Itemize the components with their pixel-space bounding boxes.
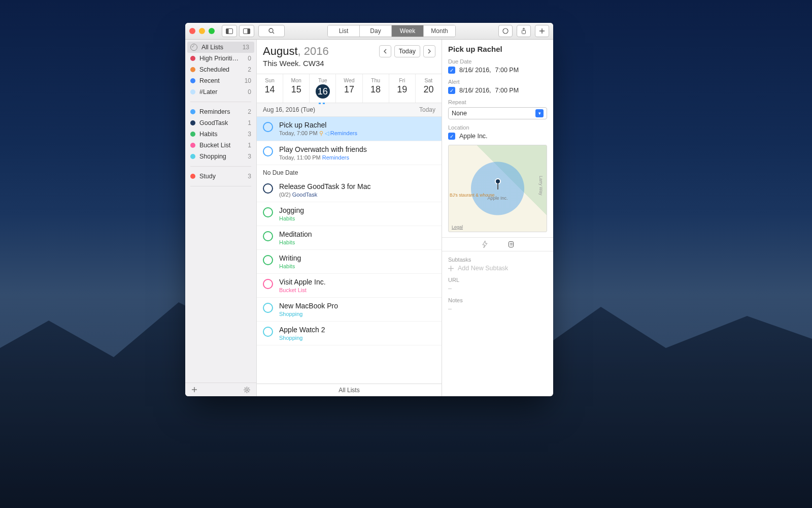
subtasks-tab[interactable] (508, 241, 514, 248)
complete-checkbox[interactable] (263, 327, 273, 337)
weekday-label: Sun (257, 77, 283, 83)
list-color-dot-icon (190, 56, 195, 61)
sidebar-left-toggle-button[interactable] (222, 25, 237, 37)
sidebar-item[interactable]: High Prioriti…0 (185, 53, 256, 64)
task-title: Apple Watch 2 (279, 326, 435, 334)
task-row[interactable]: WritingHabits (257, 250, 442, 274)
week-day[interactable]: Tue16 (310, 74, 336, 103)
week-day[interactable]: Thu18 (363, 74, 389, 103)
task-title: New MacBook Pro (279, 302, 435, 310)
week-day[interactable]: Fri19 (389, 74, 416, 103)
map-pin-icon (495, 178, 501, 184)
search-button[interactable] (258, 25, 285, 37)
today-button[interactable]: Today (394, 45, 420, 57)
alert-time-value[interactable]: 7:00 PM (495, 87, 519, 94)
notes-value[interactable]: – (448, 305, 547, 312)
view-day-tab[interactable]: Day (360, 25, 392, 37)
list-color-dot-icon (190, 132, 195, 137)
traffic-minimize-icon[interactable] (199, 28, 205, 34)
complete-checkbox[interactable] (263, 207, 273, 217)
location-map[interactable]: Apple Inc. BJ's staurant & whouse Larry … (448, 145, 547, 232)
task-row[interactable]: JoggingHabits (257, 202, 442, 226)
svg-point-13 (246, 389, 248, 391)
day-number: 20 (416, 84, 442, 95)
complete-checkbox[interactable] (263, 122, 273, 132)
map-legal-link[interactable]: Legal (452, 225, 463, 230)
week-day[interactable]: Wed17 (336, 74, 362, 103)
complete-checkbox[interactable] (263, 231, 273, 241)
task-row[interactable]: MeditationHabits (257, 226, 442, 250)
sidebar-item[interactable]: Study3 (185, 171, 256, 182)
section-today-label: Today (419, 106, 435, 113)
page-subtitle: This Week. CW34 (263, 59, 435, 68)
week-day[interactable]: Sat20 (416, 74, 442, 103)
sidebar-item-count: 1 (248, 142, 251, 149)
view-month-tab[interactable]: Month (424, 25, 455, 37)
complete-checkbox[interactable] (263, 279, 273, 289)
week-day[interactable]: Sun14 (257, 74, 283, 103)
task-row[interactable]: Apple Watch 2Shopping (257, 322, 442, 345)
share-button[interactable] (517, 25, 531, 37)
location-checkbox[interactable]: ✓ (448, 133, 455, 140)
day-number: 14 (257, 84, 283, 95)
alert-date-value[interactable]: 8/16/ 2016, (459, 87, 491, 94)
svg-point-4 (269, 28, 273, 33)
alert-checkbox[interactable]: ✓ (448, 87, 455, 94)
view-week-tab[interactable]: Week (392, 25, 424, 37)
due-time-value[interactable]: 7:00 PM (495, 67, 519, 74)
settings-button[interactable] (244, 387, 250, 393)
sidebar-item-label: Study (199, 173, 216, 180)
traffic-close-icon[interactable] (189, 28, 195, 34)
prev-week-button[interactable] (379, 45, 391, 57)
sidebar-item[interactable]: #Later0 (185, 86, 256, 98)
complete-checkbox[interactable] (263, 303, 273, 313)
task-row[interactable]: Release GoodTask 3 for Mac(0/2) GoodTask (257, 178, 442, 202)
task-title: Release GoodTask 3 for Mac (279, 182, 435, 190)
complete-checkbox[interactable] (263, 146, 273, 156)
map-road-label: Larry Way (538, 176, 544, 195)
task-row[interactable]: Play Overwatch with friendsToday, 11:00 … (257, 141, 442, 165)
week-day[interactable]: Mon15 (283, 74, 310, 103)
location-value[interactable]: Apple Inc. (459, 133, 488, 140)
sidebar-item[interactable]: Shopping3 (185, 151, 256, 162)
svg-rect-3 (248, 28, 250, 34)
sidebar-item-count: 10 (245, 77, 251, 84)
sidebar-item[interactable]: Reminders2 (185, 106, 256, 117)
plus-icon (539, 28, 545, 34)
complete-checkbox[interactable] (263, 183, 273, 194)
traffic-zoom-icon[interactable] (209, 28, 215, 34)
details-pane: Pick up Rachel Due Date ✓ 8/16/ 2016, 7:… (442, 40, 553, 396)
sidebar-item[interactable]: Scheduled2 (185, 64, 256, 75)
weekday-label: Thu (363, 77, 389, 83)
next-week-button[interactable] (423, 45, 435, 57)
task-row[interactable]: Visit Apple Inc.Bucket List (257, 274, 442, 298)
add-subtask-button[interactable]: Add New Subtask (448, 265, 547, 272)
sidebar-right-toggle-button[interactable] (239, 25, 254, 37)
svg-marker-22 (483, 241, 487, 248)
sidebar-item[interactable]: All Lists13 (187, 42, 254, 53)
repeat-select[interactable]: None ▾ (448, 107, 547, 119)
url-value[interactable]: – (448, 285, 547, 292)
due-date-checkbox[interactable]: ✓ (448, 67, 455, 74)
select-arrows-icon: ▾ (535, 109, 544, 117)
sidebar-item[interactable]: Habits3 (185, 129, 256, 140)
sidebar-item-label: Reminders (199, 108, 230, 115)
sync-button[interactable] (498, 25, 513, 37)
add-button[interactable] (535, 25, 549, 37)
day-number: 17 (336, 84, 362, 95)
complete-checkbox[interactable] (263, 255, 273, 265)
view-list-tab[interactable]: List (328, 25, 360, 37)
task-row[interactable]: New MacBook ProShopping (257, 298, 442, 322)
list-color-dot-icon (190, 174, 195, 179)
section-date: Aug 16, 2016 (Tue) (263, 106, 315, 113)
sidebar-item[interactable]: GoodTask1 (185, 117, 256, 129)
sidebar-item-count: 0 (248, 55, 251, 62)
task-row[interactable]: Pick up RachelToday, 7:00 PM ⚲ ◁ Reminde… (257, 117, 442, 141)
new-list-button[interactable] (191, 387, 197, 393)
quick-action-tab[interactable] (482, 241, 488, 248)
sidebar-item[interactable]: Recent10 (185, 75, 256, 86)
sidebar-item[interactable]: Bucket List1 (185, 140, 256, 151)
due-date-value[interactable]: 8/16/ 2016, (459, 67, 491, 74)
weekday-label: Sat (416, 77, 442, 83)
chevron-right-icon (427, 49, 431, 54)
